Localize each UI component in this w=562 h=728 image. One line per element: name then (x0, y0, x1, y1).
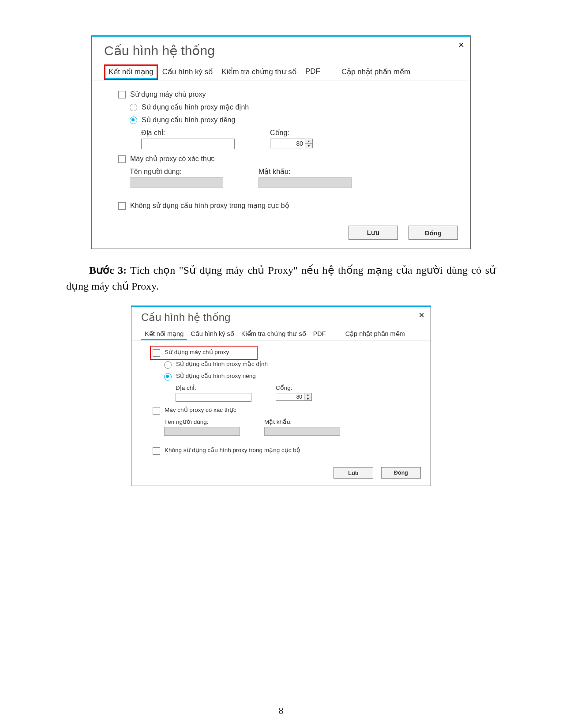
port-value: 80 (270, 139, 305, 148)
spinner-buttons[interactable]: ▲▼ (305, 139, 313, 148)
tabs: Kết nối mạng Cấu hình ký số Kiểm tra chứ… (92, 64, 470, 80)
tab-network[interactable]: Kết nối mạng (141, 328, 187, 340)
tab-update[interactable]: Cập nhật phần mềm (342, 328, 408, 340)
label-username: Tên người dùng: (130, 167, 223, 176)
dialog-title: Cấu hình hệ thống (131, 307, 431, 328)
close-icon[interactable]: × (419, 309, 424, 321)
input-password[interactable] (264, 427, 340, 436)
label-address: Địa chỉ: (141, 128, 235, 137)
dialog-content: Sử dụng máy chủ proxy Sử dụng cấu hình p… (131, 340, 431, 464)
checkbox-auth-proxy[interactable] (153, 407, 160, 415)
system-config-dialog-2: × Cấu hình hệ thống Kết nối mạng Cấu hìn… (131, 306, 431, 486)
close-button[interactable]: Đóng (408, 226, 458, 240)
label-custom-proxy: Sử dụng cấu hình proxy riêng (142, 116, 235, 124)
label-no-proxy-local: Không sử dụng cấu hình proxy trong mạng … (130, 201, 289, 210)
radio-default-proxy[interactable] (130, 104, 137, 111)
input-address[interactable] (141, 139, 235, 149)
label-auth-proxy: Máy chủ proxy có xác thực (165, 406, 236, 413)
save-button[interactable]: Lưu (333, 467, 373, 479)
tab-signature[interactable]: Cấu hình ký số (187, 328, 238, 340)
radio-default-proxy[interactable] (164, 361, 172, 369)
dialog-content: Sử dụng máy chủ proxy Sử dụng cấu hình p… (92, 80, 470, 221)
step-text: Tích chọn "Sử dụng máy chủ Proxy" nếu hệ… (66, 264, 496, 292)
label-password: Mật khẩu: (259, 167, 352, 176)
instruction-text: Bước 3: Tích chọn "Sử dụng máy chủ Proxy… (66, 262, 496, 294)
tabs: Kết nối mạng Cấu hình ký số Kiểm tra chứ… (131, 328, 431, 340)
checkbox-use-proxy[interactable] (153, 349, 160, 357)
label-password: Mật khẩu: (264, 418, 340, 425)
label-default-proxy: Sử dụng cấu hình proxy mặc định (142, 103, 249, 111)
tab-update[interactable]: Cập nhật phần mềm (337, 64, 415, 80)
checkbox-use-proxy[interactable] (118, 91, 126, 98)
dialog-footer: Lưu Đóng (92, 221, 470, 249)
input-username[interactable] (130, 177, 223, 188)
tab-signature[interactable]: Cấu hình ký số (158, 64, 217, 80)
dialog-footer: Lưu Đóng (131, 464, 431, 486)
dialog-title: Cấu hình hệ thống (92, 37, 470, 64)
page-number: 8 (0, 705, 562, 717)
label-no-proxy-local: Không sử dụng cấu hình proxy trong mạng … (165, 446, 300, 453)
radio-custom-proxy[interactable] (130, 117, 137, 124)
system-config-dialog-1: × Cấu hình hệ thống Kết nối mạng Cấu hìn… (91, 35, 471, 249)
label-default-proxy: Sử dụng cấu hình proxy mặc định (176, 360, 268, 367)
label-auth-proxy: Máy chủ proxy có xác thực (130, 155, 215, 163)
input-address[interactable] (176, 393, 251, 402)
tab-verify[interactable]: Kiểm tra chứng thư số (217, 64, 301, 80)
spinner-up-icon[interactable]: ▲ (304, 393, 311, 397)
tab-pdf[interactable]: PDF (310, 328, 330, 340)
input-port[interactable]: 80 ▲▼ (276, 393, 312, 401)
spinner-up-icon[interactable]: ▲ (305, 139, 312, 144)
input-password[interactable] (259, 177, 352, 188)
spinner-buttons[interactable]: ▲▼ (304, 393, 312, 401)
input-username[interactable] (164, 427, 240, 436)
save-button[interactable]: Lưu (348, 226, 398, 240)
close-icon[interactable]: × (458, 39, 464, 51)
close-button[interactable]: Đóng (381, 467, 421, 479)
spinner-down-icon[interactable]: ▼ (305, 144, 312, 148)
label-address: Địa chỉ: (176, 384, 251, 391)
label-port: Cổng: (270, 128, 313, 137)
tab-pdf[interactable]: PDF (301, 64, 325, 80)
radio-custom-proxy[interactable] (164, 373, 172, 381)
label-port: Cổng: (276, 384, 312, 391)
label-username: Tên người dùng: (164, 418, 240, 425)
input-port[interactable]: 80 ▲▼ (270, 139, 313, 148)
checkbox-no-proxy-local[interactable] (153, 447, 160, 455)
tab-verify[interactable]: Kiểm tra chứng thư số (238, 328, 310, 340)
label-use-proxy: Sử dụng máy chủ proxy (165, 348, 229, 355)
tab-network[interactable]: Kết nối mạng (104, 64, 158, 80)
step-label: Bước 3: (89, 264, 127, 276)
checkbox-no-proxy-local[interactable] (118, 202, 126, 210)
label-custom-proxy: Sử dụng cấu hình proxy riêng (176, 372, 256, 379)
spinner-down-icon[interactable]: ▼ (304, 397, 311, 401)
label-use-proxy: Sử dụng máy chủ proxy (130, 90, 206, 98)
checkbox-auth-proxy[interactable] (118, 155, 126, 163)
port-value: 80 (276, 393, 304, 401)
